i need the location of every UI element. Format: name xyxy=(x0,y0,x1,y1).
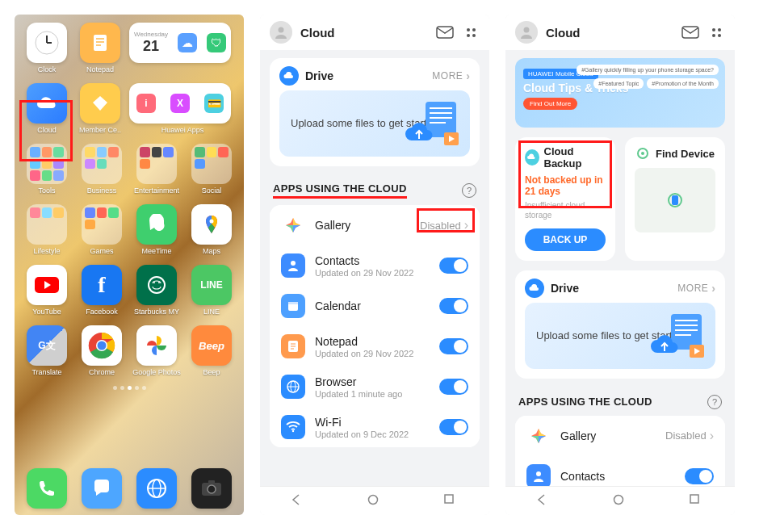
dock-phone[interactable] xyxy=(23,468,71,509)
nav-recent-icon[interactable] xyxy=(690,494,704,509)
app-notepad[interactable]: Notepad xyxy=(76,23,124,73)
svg-point-32 xyxy=(291,261,296,266)
folder-entertainment[interactable]: Entertainment xyxy=(132,144,181,195)
drive-title: Drive xyxy=(305,69,333,82)
app-cloud[interactable]: Cloud xyxy=(23,83,71,134)
row-gallery[interactable]: Gallery Disabled › xyxy=(270,205,480,245)
drive-banner[interactable]: Upload some files to get started xyxy=(525,303,715,369)
toggle-browser[interactable] xyxy=(439,379,468,395)
dock-browser[interactable] xyxy=(132,468,181,509)
find-device-card[interactable]: Find Device xyxy=(625,137,725,261)
menu-dots-icon[interactable] xyxy=(462,23,480,41)
app-translate[interactable]: G文 Translate xyxy=(23,325,71,376)
nav-back-icon[interactable] xyxy=(291,494,305,509)
toggle-notepad[interactable] xyxy=(439,338,468,354)
contacts-icon xyxy=(526,464,551,486)
svg-rect-23 xyxy=(208,480,215,484)
folder-social[interactable]: Social xyxy=(187,144,236,195)
folder-icon xyxy=(82,144,122,184)
toggle-wifi[interactable] xyxy=(439,419,468,435)
dock-messages[interactable] xyxy=(78,468,126,509)
android-nav-bar xyxy=(260,486,489,515)
promo-cta[interactable]: Find Out More xyxy=(523,98,577,110)
toggle-calendar[interactable] xyxy=(439,298,468,314)
svg-rect-3 xyxy=(94,35,107,51)
svg-point-22 xyxy=(208,485,216,493)
cloud-app-screen-list: Cloud Drive MORE › Upload some files to … xyxy=(260,15,489,515)
chrome-icon xyxy=(82,325,122,366)
page-title: Cloud xyxy=(300,26,335,40)
app-gphotos[interactable]: Google Photos xyxy=(132,325,181,376)
drive-title: Drive xyxy=(551,282,579,295)
backup-button[interactable]: BACK UP xyxy=(525,228,606,251)
nav-home-icon[interactable] xyxy=(613,494,627,509)
svg-point-12 xyxy=(149,278,164,292)
row-contacts[interactable]: Contacts xyxy=(515,456,725,486)
drive-banner[interactable]: Upload some files to get started xyxy=(279,90,470,157)
app-youtube[interactable]: YouTube xyxy=(23,265,71,316)
row-browser[interactable]: Browser Updated 1 minute ago xyxy=(270,367,480,407)
drive-illustration xyxy=(643,311,707,361)
gallery-status: Disabled › xyxy=(420,218,468,232)
svg-point-14 xyxy=(158,282,160,283)
svg-point-13 xyxy=(153,282,155,283)
promo-banner[interactable]: HUAWEI Mobile Cloud Cloud Tips & Tricks … xyxy=(515,58,725,128)
row-gallery[interactable]: Gallery Disabled › xyxy=(515,416,725,456)
app-maps[interactable]: Maps xyxy=(187,204,236,255)
app-meetime[interactable]: MeeTime xyxy=(132,204,181,255)
drive-more-link[interactable]: MORE xyxy=(432,70,463,82)
drive-card: Drive MORE › Upload some files to get st… xyxy=(515,270,725,379)
app-starbucks[interactable]: Starbucks MY xyxy=(132,265,181,316)
page-indicator xyxy=(23,386,236,390)
row-wifi[interactable]: Wi-Fi Updated on 9 Dec 2022 xyxy=(270,407,480,447)
app-line[interactable]: LINE LINE xyxy=(187,265,236,316)
row-calendar[interactable]: Calendar xyxy=(270,286,480,326)
folder-icon xyxy=(27,204,67,245)
folder-tools[interactable]: Tools xyxy=(23,144,71,195)
starbucks-icon xyxy=(136,265,177,305)
mail-icon[interactable] xyxy=(436,23,454,41)
notepad-icon xyxy=(80,23,120,63)
calendar-day: 21 xyxy=(134,38,168,55)
nav-recent-icon[interactable] xyxy=(444,494,459,509)
meetime-icon xyxy=(136,204,177,245)
map-pin-icon xyxy=(668,193,682,207)
svg-point-8 xyxy=(210,220,214,224)
drive-icon xyxy=(279,66,299,86)
avatar-icon[interactable] xyxy=(515,21,538,44)
mini-wallet-icon: 💳 xyxy=(204,94,224,113)
section-title: APPS USING THE CLOUD xyxy=(518,396,652,408)
nav-home-icon[interactable] xyxy=(367,494,382,509)
folder-lifestyle[interactable]: Lifestyle xyxy=(23,204,71,255)
huawei-apps-group[interactable]: i X 💳 Huawei Apps xyxy=(129,83,236,134)
cloud-backup-card[interactable]: Cloud Backup Not backed up in 21 days In… xyxy=(515,137,615,261)
menu-dots-icon[interactable] xyxy=(707,23,725,41)
youtube-icon xyxy=(27,265,67,305)
folder-business[interactable]: Business xyxy=(78,144,126,195)
backup-title: Cloud Backup xyxy=(544,145,606,170)
find-device-icon xyxy=(635,145,651,161)
avatar-icon[interactable] xyxy=(270,21,292,44)
folder-games[interactable]: Games xyxy=(78,204,126,255)
app-membercenter[interactable]: Member Ce.. xyxy=(76,83,124,134)
chevron-right-icon: › xyxy=(464,218,468,232)
toggle-contacts[interactable] xyxy=(685,468,714,484)
drive-more-link[interactable]: MORE xyxy=(677,283,708,294)
app-chrome[interactable]: Chrome xyxy=(78,325,126,376)
nav-back-icon[interactable] xyxy=(536,494,551,509)
help-icon[interactable]: ? xyxy=(462,183,476,198)
app-beep[interactable]: Beep Beep xyxy=(187,325,236,376)
app-facebook[interactable]: f Facebook xyxy=(78,265,126,316)
row-notepad[interactable]: Notepad Updated on 29 Nov 2022 xyxy=(270,326,480,367)
android-nav-bar xyxy=(505,486,735,515)
dock-camera[interactable] xyxy=(187,468,236,509)
notepad-row-icon xyxy=(281,334,305,358)
mail-icon[interactable] xyxy=(681,23,699,41)
row-contacts[interactable]: Contacts Updated on 29 Nov 2022 xyxy=(270,245,480,286)
membercenter-icon xyxy=(80,83,120,124)
app-clock[interactable]: Clock xyxy=(23,23,71,73)
calendar-widget[interactable]: Wednesday 21 ☁ 🛡 xyxy=(129,23,231,63)
help-icon[interactable]: ? xyxy=(707,395,722,409)
cloud-icon xyxy=(27,83,67,124)
toggle-contacts[interactable] xyxy=(439,258,468,274)
